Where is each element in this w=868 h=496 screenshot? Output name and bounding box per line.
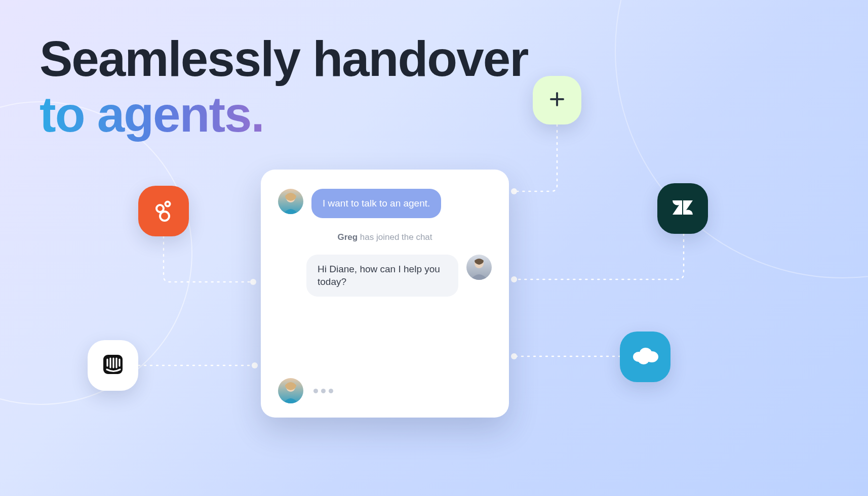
agent-message-row: Hi Diane, how can I help you today?	[278, 255, 492, 297]
svg-point-3	[511, 276, 517, 282]
svg-point-1	[252, 362, 258, 368]
zendesk-icon	[668, 193, 697, 224]
headline-line-2: to agents.	[40, 87, 528, 143]
svg-point-8	[166, 202, 170, 206]
agent-message-bubble: Hi Diane, how can I help you today?	[306, 255, 458, 297]
page-title: Seamlessly handover to agents.	[40, 31, 528, 143]
user-avatar	[278, 189, 303, 214]
user-message-row: I want to talk to an agent.	[278, 189, 492, 218]
typing-indicator-row	[278, 378, 492, 403]
svg-point-10	[160, 212, 169, 221]
system-join-message: Greg has joined the chat	[278, 232, 492, 242]
agent-avatar	[466, 255, 492, 280]
headline-line-1: Seamlessly handover	[40, 31, 528, 87]
system-join-name: Greg	[337, 232, 358, 242]
gorgias-icon	[151, 198, 176, 224]
svg-point-2	[511, 188, 517, 194]
svg-point-0	[250, 279, 256, 285]
decorative-circle	[615, 0, 868, 278]
integration-tile-zendesk	[657, 183, 708, 234]
plus-icon	[547, 89, 567, 111]
system-join-suffix: has joined the chat	[358, 232, 432, 242]
svg-point-22	[638, 355, 649, 364]
intercom-icon	[100, 351, 126, 380]
svg-point-4	[511, 353, 517, 359]
integration-tile-intercom	[88, 340, 138, 391]
integration-tile-add	[533, 76, 581, 125]
salesforce-icon	[630, 346, 660, 368]
user-message-bubble: I want to talk to an agent.	[311, 189, 441, 218]
integration-tile-salesforce	[620, 332, 670, 382]
integration-tile-gorgias	[138, 186, 189, 236]
user-avatar	[278, 378, 303, 403]
typing-dots-icon	[311, 389, 333, 393]
chat-card: I want to talk to an agent. Greg has joi…	[261, 170, 509, 418]
